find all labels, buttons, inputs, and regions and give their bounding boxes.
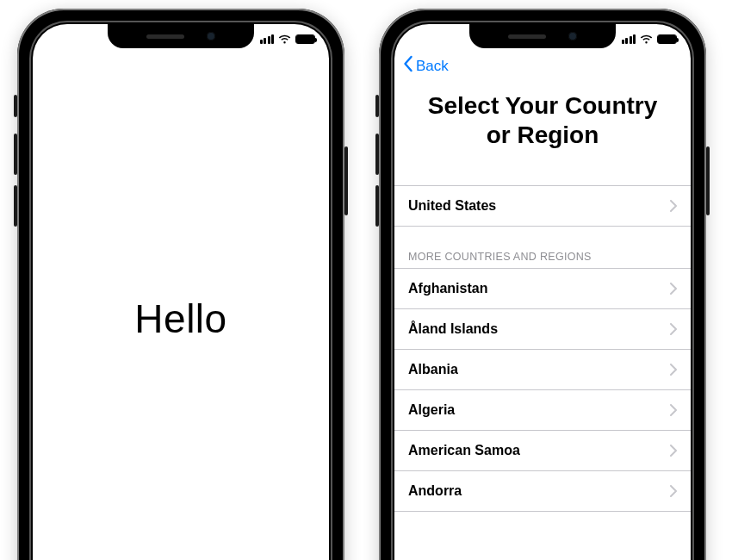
status-bar — [260, 29, 316, 48]
earpiece-speaker — [508, 34, 546, 39]
iphone-frame-hello: Hello — [17, 9, 344, 560]
side-button — [706, 146, 710, 215]
notch — [108, 24, 254, 48]
chevron-right-icon — [670, 200, 677, 212]
country-list: United States MORE COUNTRIES AND REGIONS… — [394, 185, 691, 512]
mute-switch — [375, 95, 379, 117]
chevron-right-icon — [670, 364, 677, 376]
screen-select-country: Back Select Your Country or Region Unite… — [394, 24, 691, 560]
list-item-country[interactable]: Algeria — [394, 390, 691, 431]
status-bar — [622, 29, 678, 48]
country-label: Afghanistan — [408, 281, 487, 296]
iphone-frame-country: Back Select Your Country or Region Unite… — [379, 9, 706, 560]
earpiece-speaker — [146, 34, 184, 39]
screen-hello: Hello — [33, 24, 329, 560]
wifi-icon — [278, 33, 291, 46]
country-label: United States — [408, 198, 496, 214]
chevron-left-icon — [403, 55, 414, 77]
wifi-icon — [640, 33, 653, 46]
mute-switch — [14, 95, 17, 117]
hello-text: Hello — [134, 296, 226, 342]
notch — [469, 24, 616, 48]
chevron-right-icon — [670, 323, 677, 335]
country-label: Albania — [408, 362, 458, 377]
volume-up-button — [14, 134, 17, 175]
list-item-country[interactable]: Afghanistan — [394, 269, 691, 309]
country-label: American Samoa — [408, 443, 520, 458]
back-button[interactable]: Back — [403, 55, 449, 77]
hello-welcome: Hello — [33, 24, 329, 560]
section-header-more: MORE COUNTRIES AND REGIONS — [394, 251, 691, 269]
country-label: Algeria — [408, 402, 455, 418]
front-camera — [207, 32, 215, 40]
back-label: Back — [416, 58, 449, 75]
chevron-right-icon — [670, 485, 677, 497]
list-item-country[interactable]: Albania — [394, 350, 691, 390]
chevron-right-icon — [670, 283, 677, 295]
volume-down-button — [375, 185, 379, 227]
battery-icon — [657, 34, 677, 44]
cellular-signal-icon — [260, 34, 275, 44]
list-item-country[interactable]: Andorra — [394, 471, 691, 512]
chevron-right-icon — [670, 404, 677, 416]
side-button — [344, 146, 348, 215]
country-label: Andorra — [408, 483, 462, 499]
list-item-primary-country[interactable]: United States — [394, 185, 691, 227]
volume-up-button — [375, 134, 379, 175]
front-camera — [568, 32, 577, 40]
country-label: Åland Islands — [408, 321, 498, 337]
list-item-country[interactable]: American Samoa — [394, 431, 691, 471]
volume-down-button — [14, 185, 17, 227]
battery-icon — [295, 34, 315, 44]
chevron-right-icon — [670, 445, 677, 457]
list-item-country[interactable]: Åland Islands — [394, 309, 691, 350]
cellular-signal-icon — [622, 34, 636, 44]
